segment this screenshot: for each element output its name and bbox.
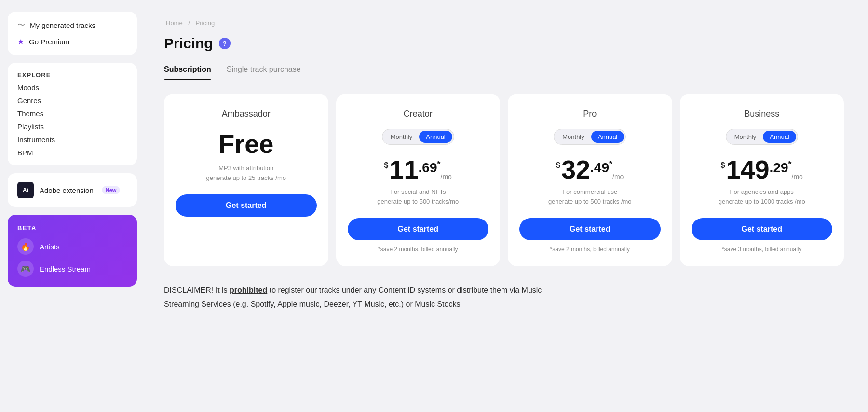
plan-creator-save-note: *save 2 months, billed annually — [378, 246, 458, 253]
artists-label: Artists — [40, 243, 60, 251]
sidebar-top-card: 〜 My generated tracks ★ Go Premium — [8, 12, 137, 55]
plan-pro-price-container: $ 32 .49 * /mo — [556, 156, 624, 182]
sidebar-item-instruments[interactable]: Instruments — [17, 136, 127, 144]
sidebar: 〜 My generated tracks ★ Go Premium EXPLO… — [0, 0, 145, 412]
plan-business-cta[interactable]: Get started — [692, 218, 833, 240]
plan-business-desc: For agencies and appsgenerate up to 1000… — [719, 187, 805, 206]
explore-list: Moods Genres Themes Playlists Instrument… — [17, 83, 127, 157]
plan-business-period: /mo — [792, 173, 803, 180]
plan-creator-asterisk: * — [437, 159, 441, 169]
waveform-icon: 〜 — [17, 20, 25, 30]
tab-single-track[interactable]: Single track purchase — [227, 65, 301, 80]
plan-ambassador-price: Free — [218, 129, 273, 159]
plan-pro-asterisk: * — [609, 159, 612, 169]
page-title: Pricing — [164, 35, 213, 52]
generated-tracks-label: My generated tracks — [30, 21, 95, 29]
disclaimer-suffix1: to register our tracks under any Content… — [267, 286, 542, 294]
gamepad-icon: 🎮 — [17, 261, 34, 277]
new-badge: New — [102, 186, 120, 194]
plan-business-toggle: Monthly Annual — [726, 129, 798, 145]
plan-business-asterisk: * — [788, 159, 792, 169]
plan-ambassador: Ambassador Free MP3 with attributiongene… — [164, 94, 328, 266]
plan-creator-cta[interactable]: Get started — [348, 218, 489, 240]
breadcrumb-home[interactable]: Home — [166, 19, 183, 27]
plan-pro-toggle: Monthly Annual — [554, 129, 626, 145]
plan-business-price-main: 149 — [726, 156, 770, 182]
fire-icon: 🔥 — [17, 238, 34, 255]
tabs-container: Subscription Single track purchase — [164, 65, 844, 80]
disclaimer-prefix: DISCLAIMER! It is — [164, 286, 230, 294]
sidebar-item-generated-tracks[interactable]: 〜 My generated tracks — [17, 20, 127, 30]
plan-creator-price-main: 11 — [390, 156, 419, 182]
plan-creator: Creator Monthly Annual $ 11 .69 * /mo Fo… — [336, 94, 501, 266]
go-premium-label: Go Premium — [29, 38, 69, 46]
sidebar-item-endless-stream[interactable]: 🎮 Endless Stream — [17, 261, 127, 277]
sidebar-item-moods[interactable]: Moods — [17, 83, 127, 92]
breadcrumb: Home / Pricing — [164, 19, 844, 27]
explore-heading: EXPLORE — [17, 71, 127, 79]
help-icon[interactable]: ? — [219, 38, 231, 49]
plan-pro: Pro Monthly Annual $ 32 .49 * /mo For co… — [508, 94, 672, 266]
plan-creator-period: /mo — [441, 173, 452, 180]
plan-creator-price-container: $ 11 .69 * /mo — [384, 156, 452, 182]
plan-business-price-decimal: .29 — [770, 160, 788, 176]
plan-business-currency: $ — [721, 161, 725, 170]
plan-business-name: Business — [744, 109, 779, 119]
plan-pro-currency: $ — [556, 161, 560, 170]
page-header: Pricing ? — [164, 35, 844, 52]
plan-business-monthly-btn[interactable]: Monthly — [728, 131, 763, 143]
beta-label: BETA — [17, 224, 127, 232]
main-content: Home / Pricing Pricing ? Subscription Si… — [145, 0, 868, 412]
plan-creator-desc: For social and NFTsgenerate up to 500 tr… — [377, 187, 459, 206]
sidebar-item-playlists[interactable]: Playlists — [17, 123, 127, 131]
breadcrumb-current: Pricing — [196, 19, 215, 27]
plan-creator-annual-btn[interactable]: Annual — [419, 131, 452, 143]
plan-ambassador-name: Ambassador — [222, 109, 271, 119]
sidebar-item-themes[interactable]: Themes — [17, 110, 127, 118]
plan-pro-price-decimal: .49 — [590, 160, 609, 176]
plan-creator-toggle: Monthly Annual — [382, 129, 454, 145]
adobe-label: Adobe extension — [40, 186, 94, 194]
sidebar-item-go-premium[interactable]: ★ Go Premium — [17, 37, 127, 46]
disclaimer: DISCLAIMER! It is prohibited to register… — [164, 284, 646, 312]
sidebar-beta-card: BETA 🔥 Artists 🎮 Endless Stream — [8, 215, 137, 287]
plan-pro-cta[interactable]: Get started — [519, 218, 661, 240]
sidebar-item-bpm[interactable]: BPM — [17, 149, 127, 157]
sidebar-item-artists[interactable]: 🔥 Artists — [17, 238, 127, 255]
plan-pro-price-main: 32 — [561, 156, 590, 182]
sidebar-adobe-card[interactable]: Ai Adobe extension New — [8, 173, 137, 207]
plan-creator-currency: $ — [384, 161, 389, 170]
plan-pro-save-note: *save 2 months, billed annually — [550, 246, 630, 253]
plan-business-save-note: *save 3 months, billed annually — [722, 246, 801, 253]
plan-business: Business Monthly Annual $ 149 .29 * /mo … — [680, 94, 844, 266]
plan-business-annual-btn[interactable]: Annual — [763, 131, 796, 143]
plan-creator-price-decimal: .69 — [419, 160, 437, 176]
disclaimer-prohibited: prohibited — [230, 286, 267, 294]
plan-pro-period: /mo — [612, 173, 624, 180]
disclaimer-suffix2: Streaming Services (e.g. Spotify, Apple … — [164, 300, 460, 308]
plan-creator-monthly-btn[interactable]: Monthly — [384, 131, 420, 143]
plan-pro-monthly-btn[interactable]: Monthly — [556, 131, 591, 143]
breadcrumb-separator: / — [188, 19, 190, 27]
plan-creator-name: Creator — [404, 109, 433, 119]
plan-ambassador-cta[interactable]: Get started — [176, 194, 317, 217]
tab-subscription[interactable]: Subscription — [164, 65, 211, 80]
sidebar-item-genres[interactable]: Genres — [17, 96, 127, 105]
plan-pro-annual-btn[interactable]: Annual — [591, 131, 624, 143]
plan-ambassador-desc: MP3 with attributiongenerate up to 25 tr… — [206, 164, 286, 183]
adobe-icon: Ai — [17, 182, 34, 198]
sidebar-explore-card: EXPLORE Moods Genres Themes Playlists In… — [8, 63, 137, 165]
pricing-grid: Ambassador Free MP3 with attributiongene… — [164, 94, 844, 266]
plan-pro-name: Pro — [583, 109, 597, 119]
star-icon: ★ — [17, 37, 24, 46]
plan-business-price-container: $ 149 .29 * /mo — [721, 156, 803, 182]
plan-pro-desc: For commercial usegenerate up to 500 tra… — [548, 187, 632, 206]
endless-stream-label: Endless Stream — [40, 265, 91, 273]
